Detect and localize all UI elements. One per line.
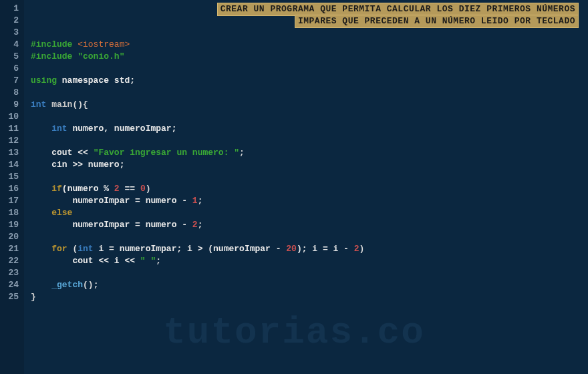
line-number: 25 xyxy=(0,291,19,303)
line-number: 23 xyxy=(0,267,19,279)
code-line: cout << i << " "; xyxy=(31,255,588,267)
code-line xyxy=(31,63,588,75)
code-line: numeroImpar = numero - 1; xyxy=(31,195,588,207)
code-line xyxy=(31,135,588,147)
code-line: cout << "Favor ingresar un numero: "; xyxy=(31,147,588,159)
code-line: IMPARES QUE PRECEDEN A UN NÚMERO LEIDO P… xyxy=(31,15,588,27)
line-number: 18 xyxy=(0,207,19,219)
code-line: CREAR UN PROGRAMA QUE PERMITA CALCULAR L… xyxy=(31,3,588,15)
line-number: 19 xyxy=(0,219,19,231)
line-number: 12 xyxy=(0,135,19,147)
code-content[interactable]: CREAR UN PROGRAMA QUE PERMITA CALCULAR L… xyxy=(24,0,588,374)
code-line: int numero, numeroImpar; xyxy=(31,123,588,135)
line-number: 7 xyxy=(0,75,19,87)
code-line: _getch(); xyxy=(31,279,588,291)
line-number: 21 xyxy=(0,243,19,255)
line-number: 16 xyxy=(0,183,19,195)
line-number: 15 xyxy=(0,171,19,183)
line-number-gutter: 1 2 3 4 5 6 7 8 9 10 11 12 13 14 15 16 1… xyxy=(0,0,24,374)
code-line xyxy=(31,111,588,123)
code-line: cin >> numero; xyxy=(31,159,588,171)
code-line xyxy=(31,231,588,243)
line-number: 9 xyxy=(0,99,19,111)
code-line xyxy=(31,87,588,99)
code-line: else xyxy=(31,207,588,219)
line-number: 17 xyxy=(0,195,19,207)
comment-highlight: CREAR UN PROGRAMA QUE PERMITA CALCULAR L… xyxy=(217,3,579,16)
code-line: #include "conio.h" xyxy=(31,51,588,63)
comment-highlight: IMPARES QUE PRECEDEN A UN NÚMERO LEIDO P… xyxy=(295,15,579,28)
code-line xyxy=(31,27,588,39)
line-number: 14 xyxy=(0,159,19,171)
line-number: 1 xyxy=(0,3,19,15)
code-line xyxy=(31,171,588,183)
code-line: int main(){ xyxy=(31,99,588,111)
code-line: using namespace std; xyxy=(31,75,588,87)
line-number: 24 xyxy=(0,279,19,291)
line-number: 22 xyxy=(0,255,19,267)
line-number: 8 xyxy=(0,87,19,99)
line-number: 13 xyxy=(0,147,19,159)
line-number: 6 xyxy=(0,63,19,75)
code-line xyxy=(31,267,588,279)
line-number: 4 xyxy=(0,39,19,51)
code-editor: 1 2 3 4 5 6 7 8 9 10 11 12 13 14 15 16 1… xyxy=(0,0,588,374)
line-number: 20 xyxy=(0,231,19,243)
code-line: for (int i = numeroImpar; i > (numeroImp… xyxy=(31,243,588,255)
line-number: 10 xyxy=(0,111,19,123)
code-line: if(numero % 2 == 0) xyxy=(31,183,588,195)
line-number: 3 xyxy=(0,27,19,39)
code-line: } xyxy=(31,291,588,303)
line-number: 11 xyxy=(0,123,19,135)
line-number: 5 xyxy=(0,51,19,63)
code-line: numeroImpar = numero - 2; xyxy=(31,219,588,231)
line-number: 2 xyxy=(0,15,19,27)
code-line: #include <iostream> xyxy=(31,39,588,51)
